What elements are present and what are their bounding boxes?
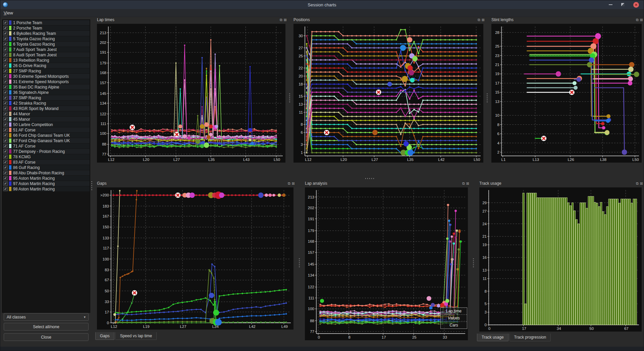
car-checkbox[interactable] (3, 26, 8, 30)
car-row-45[interactable]: 45 Manor (3, 117, 90, 122)
car-row-27[interactable]: 27 SMP Racing (3, 68, 90, 73)
car-row-44[interactable]: 44 Manor (3, 111, 90, 116)
car-row-67[interactable]: 67 Ford Chip Ganassi Team UK (3, 138, 90, 143)
car-row-98[interactable]: 98 Aston Martin Racing (3, 186, 90, 191)
car-checkbox[interactable] (3, 47, 8, 52)
car-row-35[interactable]: 35 Baxi DC Racing Alpine (3, 84, 90, 90)
close-panel-icon[interactable] (466, 182, 469, 185)
class-filter-dropdown[interactable]: All classes (4, 313, 89, 321)
car-checkbox[interactable] (3, 133, 8, 137)
car-checkbox[interactable] (3, 160, 8, 164)
chart-context-legend[interactable]: Lap timeValuesCars (440, 307, 467, 329)
car-checkbox[interactable] (3, 138, 8, 143)
car-checkbox[interactable] (3, 112, 8, 116)
car-row-26[interactable]: 26 G-Drive Racing (3, 63, 90, 68)
tab-speed-vs-lap-time[interactable]: Speed vs lap time (115, 332, 157, 340)
maximize-button[interactable] (621, 3, 625, 6)
car-checkbox[interactable] (3, 37, 8, 41)
car-checkbox[interactable] (3, 58, 8, 62)
positions-chart[interactable]: L12L20L27L35L42L501368111315182022252730 (293, 24, 483, 163)
car-row-1[interactable]: 1 Porsche Team (3, 20, 90, 25)
float-panel-icon[interactable] (462, 182, 465, 185)
splitter-handle[interactable] (365, 178, 374, 179)
car-row-30[interactable]: 30 Extreme Speed Motorsports (3, 74, 90, 79)
car-row-42[interactable]: 42 Strakka Racing (3, 101, 90, 106)
car-checkbox[interactable] (3, 42, 8, 46)
close-panel-icon[interactable] (640, 182, 643, 185)
car-checkbox[interactable] (3, 74, 8, 78)
car-checkbox[interactable] (3, 181, 8, 186)
car-row-51[interactable]: 51 AF Corse (3, 127, 90, 132)
car-row-77[interactable]: 77 Dempsey - Proton Racing (3, 149, 90, 154)
car-checkbox[interactable] (3, 106, 8, 111)
splitter-handle[interactable] (473, 258, 474, 267)
float-panel-icon[interactable] (478, 18, 480, 22)
car-row-7[interactable]: 7 Audi Sport Team Joest (3, 47, 90, 52)
car-row-71[interactable]: 71 AF Corse (3, 143, 90, 149)
car-row-83[interactable]: 83 AF Corse (3, 160, 90, 165)
car-row-95[interactable]: 95 Aston Martin Racing (3, 176, 90, 181)
splitter-handle[interactable] (299, 258, 300, 267)
float-panel-icon[interactable] (288, 182, 290, 185)
splitter-handle[interactable] (487, 94, 488, 102)
car-checkbox[interactable] (3, 117, 8, 121)
car-row-8[interactable]: 8 Audi Sport Team Joest (3, 52, 90, 57)
gaps-chart[interactable]: L12L19L27L34L42L490173350678310011713315… (97, 187, 293, 330)
car-checkbox[interactable] (3, 122, 8, 127)
car-checkbox[interactable] (3, 20, 8, 25)
car-checkbox[interactable] (3, 31, 8, 36)
legend-item-lap-time[interactable]: Lap time (441, 308, 467, 314)
car-row-37[interactable]: 37 SMP Racing (3, 95, 90, 100)
car-checkbox[interactable] (3, 85, 8, 89)
float-panel-icon[interactable] (280, 18, 282, 22)
splitter-handle[interactable] (289, 94, 290, 102)
lap-times-chart[interactable]: L12L20L27L35L43L507788100111122134145157… (97, 24, 285, 163)
car-row-6[interactable]: 6 Toyota Gazoo Racing (3, 42, 90, 47)
menu-view[interactable]: View (0, 10, 16, 16)
legend-item-values[interactable]: Values (441, 314, 467, 321)
legend-item-cars[interactable]: Cars (441, 321, 467, 329)
car-checkbox[interactable] (3, 144, 8, 148)
car-checkbox[interactable] (3, 96, 8, 100)
car-row-13[interactable]: 13 Rebellion Racing (3, 58, 90, 63)
car-checkbox[interactable] (3, 128, 8, 132)
car-row-31[interactable]: 31 Extreme Speed Motorsports (3, 79, 90, 84)
car-row-88[interactable]: 88 Abu Dhabi-Proton Racing (3, 170, 90, 175)
car-checkbox[interactable] (3, 101, 8, 105)
close-window-button[interactable] (633, 2, 639, 8)
track-usage-chart[interactable]: 01734506703581113161921242729 (479, 187, 642, 332)
car-checkbox[interactable] (3, 79, 8, 84)
car-row-2[interactable]: 2 Porsche Team (3, 25, 90, 31)
close-button[interactable]: Close (4, 333, 89, 341)
car-row-50[interactable]: 50 Larbre Competition (3, 122, 90, 127)
car-row-5[interactable]: 5 Toyota Gazoo Racing (3, 36, 90, 41)
float-panel-icon[interactable] (636, 18, 639, 22)
car-row-4[interactable]: 4 Bykolles Racing Team (3, 31, 90, 36)
car-checkbox[interactable] (3, 155, 8, 159)
car-row-66[interactable]: 66 Ford Chip Ganassi Team UK (3, 133, 90, 138)
tab-track-progression[interactable]: Track progression (509, 334, 551, 341)
splitter-handle[interactable] (91, 181, 92, 190)
close-panel-icon[interactable] (482, 18, 485, 22)
car-checkbox[interactable] (3, 90, 8, 95)
car-row-86[interactable]: 86 Gulf Racing (3, 165, 90, 170)
car-row-78[interactable]: 78 KCMG (3, 154, 90, 159)
minimize-button[interactable] (609, 4, 612, 5)
car-checkbox[interactable] (3, 69, 8, 73)
car-checkbox[interactable] (3, 165, 8, 170)
car-checkbox[interactable] (3, 149, 8, 154)
close-panel-icon[interactable] (640, 18, 643, 22)
close-panel-icon[interactable] (292, 182, 295, 185)
float-panel-icon[interactable] (636, 182, 639, 185)
titlebar[interactable]: Session charts (0, 0, 644, 9)
car-checkbox[interactable] (3, 187, 8, 191)
tab-track-usage[interactable]: Track usage (477, 334, 508, 341)
car-checkbox[interactable] (3, 176, 8, 180)
stint-lengths-chart[interactable]: L1L13L26L38L502468101315171921232528 (491, 24, 642, 163)
car-row-43[interactable]: 43 RGR Sport by Morand (3, 106, 90, 111)
select-all-none-button[interactable]: Select all/none (4, 323, 89, 331)
close-panel-icon[interactable] (284, 18, 287, 22)
car-checkbox[interactable] (3, 171, 8, 175)
car-checkbox[interactable] (3, 53, 8, 57)
car-row-36[interactable]: 36 Signatech Alpine (3, 90, 90, 95)
